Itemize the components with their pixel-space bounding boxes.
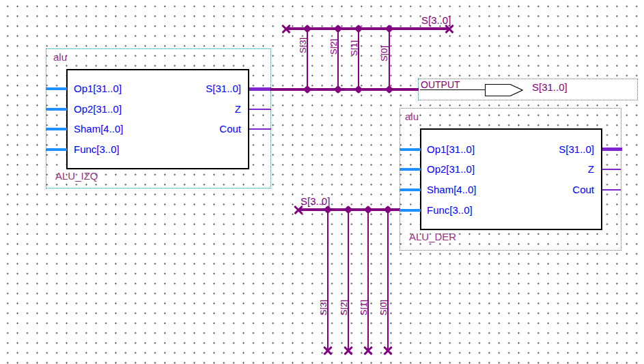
wire-branch-s0-bottom[interactable] [387, 210, 389, 350]
output-pin-name[interactable]: S[31..0] [532, 82, 568, 93]
port-label-der-func: Func[3..0] [427, 204, 473, 216]
port-label-izq-op1: Op1[31..0] [74, 83, 122, 95]
port-stub-der-op2[interactable] [400, 168, 421, 171]
port-label-izq-s: S[31..0] [164, 83, 241, 95]
junction-dot [334, 85, 343, 94]
port-stub-der-op1[interactable] [400, 148, 421, 151]
port-stub-izq-op1[interactable] [46, 87, 67, 90]
port-stub-der-func[interactable] [400, 209, 421, 212]
port-stub-der-sham[interactable] [400, 188, 421, 191]
net-label-s2-bottom[interactable]: S[2] [339, 300, 349, 316]
output-pin-icon[interactable] [485, 84, 523, 99]
open-end-x-icon [322, 345, 333, 356]
open-end-x-icon [343, 345, 354, 356]
schematic-canvas[interactable]: S[3..0] S[3] S[2] S[1] S[0] S[3..0] S[3]… [0, 0, 644, 364]
wire-branch-s3-bottom[interactable] [327, 210, 328, 350]
port-stub-izq-z[interactable] [249, 109, 271, 110]
port-label-izq-z: Z [164, 103, 241, 115]
port-label-izq-func: Func[3..0] [74, 143, 120, 156]
junction-dot [384, 206, 393, 214]
port-label-der-op2: Op2[31..0] [427, 163, 475, 176]
block-type-label-izq: alu [53, 51, 67, 63]
junction-dot [354, 25, 363, 33]
net-label-s0-top[interactable]: S[0] [380, 46, 389, 61]
port-label-izq-op2: Op2[31..0] [74, 103, 122, 115]
output-pin-type-label: OUTPUT [421, 80, 460, 90]
wire-branch-s2-top[interactable] [337, 29, 339, 89]
junction-dot [364, 206, 373, 214]
port-stub-izq-op2[interactable] [46, 108, 67, 111]
port-label-izq-sham: Sham[4..0] [74, 123, 124, 135]
junction-dot [303, 85, 312, 94]
net-label-s3-bottom[interactable]: S[3] [319, 300, 328, 316]
port-stub-izq-sham[interactable] [46, 128, 67, 130]
port-label-der-op1: Op1[31..0] [427, 143, 475, 156]
junction-dot [334, 25, 343, 33]
instance-label-alu-izq[interactable]: ALU_IZQ [55, 170, 98, 182]
net-label-mid-bus[interactable]: S[3..0] [300, 196, 330, 207]
instance-label-alu-der[interactable]: ALU_DER [409, 231, 456, 242]
port-stub-der-cout[interactable] [602, 189, 621, 191]
port-stub-izq-s[interactable] [249, 87, 271, 91]
net-label-s3-top[interactable]: S[3] [298, 38, 308, 53]
port-label-der-cout: Cout [517, 184, 594, 196]
open-end-x-icon [363, 345, 374, 356]
net-label-s2-top[interactable]: S[2] [329, 39, 339, 55]
port-label-der-z: Z [517, 163, 594, 176]
junction-dot [344, 206, 353, 214]
open-end-x-icon [382, 345, 393, 356]
port-stub-der-s[interactable] [602, 148, 622, 151]
port-label-der-s: S[31..0] [517, 143, 594, 156]
block-type-label-der: alu [405, 111, 419, 122]
wire-branch-s1-bottom[interactable] [367, 210, 369, 350]
open-end-x-icon [293, 204, 304, 215]
port-stub-izq-cout[interactable] [249, 128, 271, 130]
junction-dot [385, 25, 394, 33]
wire-s-bus[interactable] [270, 88, 419, 91]
junction-dot [303, 25, 312, 33]
net-label-s1-top[interactable]: S[1] [350, 40, 359, 56]
junction-dot [354, 85, 363, 94]
output-pin-wire[interactable] [420, 89, 486, 90]
open-end-x-icon [281, 23, 292, 34]
port-stub-izq-func[interactable] [46, 148, 67, 151]
port-label-izq-cout: Cout [164, 123, 241, 135]
wire-branch-s2-bottom[interactable] [348, 210, 349, 350]
open-end-x-icon [444, 23, 455, 34]
port-label-der-sham: Sham[4..0] [427, 184, 477, 196]
net-label-s1-bottom[interactable]: S[1] [359, 300, 369, 316]
junction-dot [385, 85, 394, 94]
net-label-s0-bottom[interactable]: S[0] [379, 300, 389, 316]
wire-branch-s1-top[interactable] [358, 29, 359, 89]
port-stub-der-z[interactable] [602, 169, 621, 170]
